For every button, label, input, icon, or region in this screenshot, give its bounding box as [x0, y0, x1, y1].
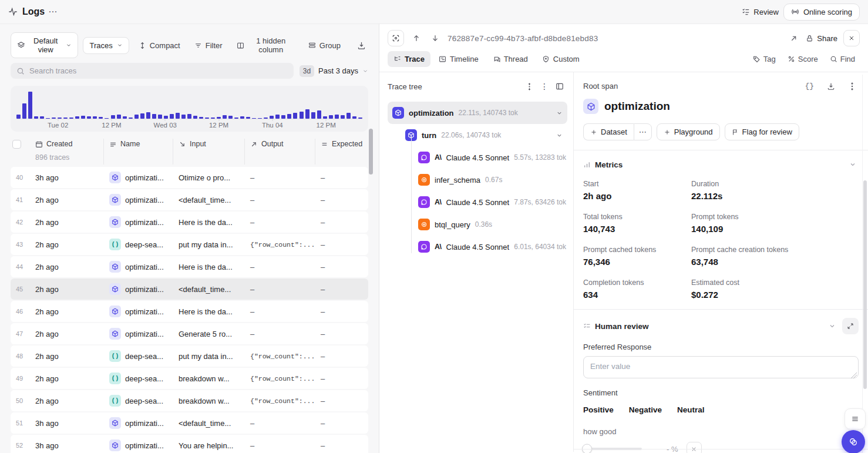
preferred-response-input[interactable] — [583, 356, 859, 378]
filter-button[interactable]: Filter — [190, 38, 227, 53]
date-range-selector[interactable]: 3d Past 3 days — [300, 65, 368, 77]
page-menu-button[interactable]: ⋯ — [45, 5, 61, 18]
view-json-button[interactable]: {} — [802, 79, 816, 93]
focus-trace-button[interactable] — [388, 30, 404, 46]
online-scoring-button[interactable]: Online scoring — [783, 4, 860, 21]
previous-trace-button[interactable] — [410, 32, 423, 45]
tag-icon — [753, 55, 761, 63]
table-row[interactable]: 50 2h ago () deep-sea... breakdown w... … — [11, 390, 368, 411]
metric-item: Prompt cached tokens 76,346 — [583, 246, 691, 267]
histogram-bar — [305, 109, 309, 119]
tab-custom[interactable]: Custom — [536, 51, 586, 67]
chevron-down-icon[interactable] — [847, 159, 859, 170]
share-button[interactable]: Share — [806, 34, 837, 43]
sentiment-option-neutral[interactable]: Neutral — [677, 404, 705, 415]
next-trace-button[interactable] — [429, 32, 442, 45]
tool-icon — [418, 219, 430, 230]
trace-tree-node[interactable]: A\ Claude 4.5 Sonnet 7.87s, 63426 tok — [388, 191, 567, 213]
table-row[interactable]: 44 2h ago optimizati... Here is the da..… — [11, 256, 368, 277]
span-meta: 0.67s — [485, 176, 502, 184]
tab-trace[interactable]: Trace — [388, 51, 430, 67]
trace-tree-node[interactable]: A\ Claude 4.5 Sonnet 6.01s, 64034 tok — [388, 236, 567, 258]
add-to-dataset-button[interactable]: Dataset — [583, 123, 634, 140]
close-button[interactable] — [843, 30, 860, 46]
assistant-button[interactable] — [842, 430, 865, 453]
collapse-panel-button[interactable] — [553, 80, 566, 93]
view-selector[interactable]: Default view — [11, 32, 78, 58]
chevron-down-icon — [556, 132, 563, 139]
select-all-checkbox[interactable] — [12, 140, 21, 149]
tree-menu-button[interactable]: ⋮ — [538, 79, 551, 93]
how-good-label: how good — [583, 427, 859, 436]
trace-tree-node[interactable]: optimization 22.11s, 140743 tok — [388, 102, 567, 124]
table-row[interactable]: 42 2h ago optimizati... Here is the da..… — [11, 212, 368, 233]
cell-name: optimizati... — [103, 306, 173, 317]
side-menu-button[interactable] — [845, 408, 866, 429]
mode-selector[interactable]: Traces — [83, 37, 129, 54]
clear-score-button[interactable] — [687, 442, 702, 453]
trace-tree-node[interactable]: A\ Claude 4.5 Sonnet 5.57s, 13283 tok — [388, 146, 567, 169]
dataset-more-button[interactable]: ⋯ — [634, 123, 652, 140]
histogram-bar — [176, 113, 180, 119]
cell-input: Here is the da... — [173, 218, 244, 227]
find-button[interactable]: Find — [825, 52, 860, 66]
cell-input: breakdown w... — [173, 397, 244, 405]
detail-scroll-track[interactable] — [862, 75, 868, 453]
span-name: Claude 4.5 Sonnet — [446, 198, 510, 207]
axis-tickmark — [165, 119, 166, 121]
expand-all-button[interactable] — [523, 80, 536, 93]
sentiment-option-negative[interactable]: Negative — [629, 404, 662, 415]
chevron-down-icon[interactable] — [826, 320, 838, 332]
flag-for-review-button[interactable]: Flag for review — [725, 123, 799, 140]
tag-button[interactable]: Tag — [748, 52, 780, 66]
group-button[interactable]: Group — [304, 38, 345, 53]
span-meta: 7.87s, 63426 tok — [514, 198, 566, 206]
table-row[interactable]: 40 3h ago optimizati... Otimize o pro...… — [11, 167, 368, 188]
add-to-playground-button[interactable]: Playground — [657, 123, 720, 140]
layers-icon — [17, 41, 25, 49]
column-header-expected[interactable]: Expected — [315, 140, 368, 148]
expand-span-button[interactable] — [846, 80, 859, 93]
table-scrollbar[interactable] — [369, 129, 373, 175]
table-row[interactable]: 52 3h ago optimizati... You are helpin..… — [11, 435, 368, 453]
table-row[interactable]: 48 2h ago () deep-sea... put my data in.… — [11, 345, 368, 367]
table-row[interactable]: 46 2h ago optimizati... Here is the da..… — [11, 301, 368, 322]
score-button[interactable]: Score — [783, 52, 823, 66]
histogram-bar — [335, 115, 339, 119]
traces-histogram[interactable]: Tue 0212 PMWed 0312 PMThu 0412 PM — [11, 86, 368, 132]
column-header-output[interactable]: Output — [244, 140, 315, 148]
download-button[interactable] — [355, 39, 368, 52]
hidden-columns-button[interactable]: 1 hidden column — [232, 33, 299, 58]
open-external-icon[interactable] — [788, 32, 800, 45]
tree-icon — [393, 55, 401, 63]
column-header-name[interactable]: Name — [103, 140, 173, 148]
table-row[interactable]: 41 2h ago optimizati... <default_time...… — [11, 189, 368, 210]
tab-thread[interactable]: Thread — [487, 51, 534, 67]
table-row[interactable]: 43 2h ago () deep-sea... put my data in.… — [11, 234, 368, 255]
trace-tree-node[interactable]: btql_query 0.36s — [388, 213, 567, 236]
table-row[interactable]: 47 2h ago optimizati... Generate 5 ro...… — [11, 323, 368, 344]
table-row[interactable]: 45 2h ago optimizati... <default_time...… — [11, 278, 368, 300]
compact-toggle[interactable]: Compact — [134, 38, 185, 53]
search-input[interactable] — [29, 66, 288, 75]
trace-tree-node[interactable]: infer_schema 0.67s — [388, 169, 567, 191]
review-button[interactable]: Review — [737, 5, 783, 19]
span-name: optimization — [409, 109, 454, 118]
expand-review-button[interactable] — [842, 318, 859, 334]
column-header-created[interactable]: Created — [31, 140, 103, 148]
function-icon: () — [109, 350, 121, 362]
search-box[interactable] — [11, 63, 294, 79]
table-row[interactable]: 49 2h ago () deep-sea... breakdown w... … — [11, 368, 368, 389]
column-header-input[interactable]: Input — [173, 140, 244, 148]
download-span-button[interactable] — [825, 80, 837, 93]
trace-tree-node[interactable]: turn 22.06s, 140743 tok — [388, 124, 567, 146]
span-name: Claude 4.5 Sonnet — [446, 153, 510, 162]
table-row[interactable]: 51 3h ago optimizati... <default_time...… — [11, 412, 368, 434]
cell-input: Here is the da... — [173, 307, 244, 316]
tab-timeline[interactable]: Timeline — [433, 51, 485, 67]
row-number: 44 — [11, 263, 31, 270]
detail-scrollbar[interactable] — [863, 180, 867, 389]
metrics-section-title: Metrics — [595, 160, 843, 169]
sentiment-option-positive[interactable]: Positive — [583, 404, 614, 415]
function-icon: () — [109, 373, 121, 384]
